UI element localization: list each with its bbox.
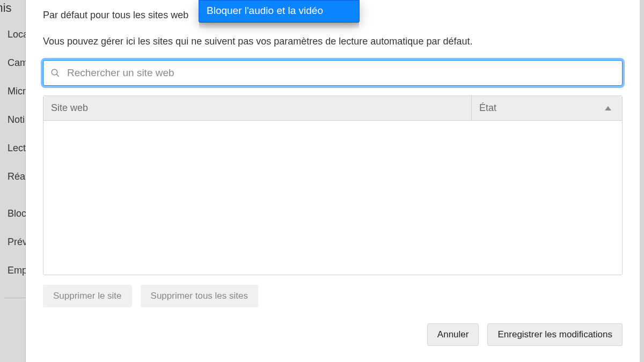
- search-icon: [50, 68, 60, 78]
- sidebar-item-autoplay[interactable]: Lect: [0, 143, 25, 154]
- default-setting-label: Par défaut pour tous les sites web: [43, 10, 188, 21]
- dialog-footer: Annuler Enregistrer les modifications: [43, 323, 623, 346]
- sidebar-item-fingerprint[interactable]: Emp: [0, 265, 25, 276]
- autoplay-default-dropdown-option[interactable]: Bloquer l'audio et la vidéo: [199, 0, 360, 23]
- col-header-etat[interactable]: État: [472, 96, 622, 120]
- settings-sidebar-cropped: rmis Loca Cam Micr Noti Lect Réa Bloc Pr…: [0, 0, 26, 362]
- sort-asc-icon: [605, 106, 611, 110]
- sidebar-heading: rmis: [0, 1, 25, 15]
- col-header-site[interactable]: Site web: [43, 96, 472, 120]
- table-body-empty: [43, 121, 622, 275]
- sidebar-item-notifications[interactable]: Noti: [0, 114, 25, 125]
- svg-line-1: [56, 74, 59, 77]
- dropdown-option-label: Bloquer l'audio et la vidéo: [207, 5, 323, 16]
- search-wrapper: [43, 60, 623, 86]
- site-exceptions-table: Site web État: [43, 95, 623, 275]
- sidebar-item-camera[interactable]: Cam: [0, 57, 25, 69]
- save-button[interactable]: Enregistrer les modifications: [487, 323, 623, 346]
- remove-all-sites-button: Supprimer tous les sites: [141, 285, 258, 307]
- sidebar-item-microphone[interactable]: Micr: [0, 86, 25, 97]
- window-edge-right: [640, 0, 644, 362]
- sidebar-item-vr[interactable]: Réa: [0, 171, 25, 182]
- sidebar-divider: [4, 298, 26, 298]
- svg-point-0: [52, 69, 57, 75]
- sidebar-item-block[interactable]: Bloc: [0, 208, 25, 219]
- table-header: Site web État: [43, 96, 622, 121]
- sidebar-item-prevent[interactable]: Prév: [0, 237, 25, 248]
- autoplay-settings-dialog: Par défaut pour tous les sites web Vous …: [26, 0, 640, 362]
- remove-buttons-row: Supprimer le site Supprimer tous les sit…: [43, 285, 623, 307]
- remove-site-button: Supprimer le site: [43, 285, 132, 307]
- hint-text: Vous pouvez gérer ici les sites qui ne s…: [43, 36, 623, 47]
- col-header-etat-label: État: [479, 102, 496, 114]
- cancel-button[interactable]: Annuler: [427, 323, 479, 346]
- sidebar-item-location[interactable]: Loca: [0, 29, 25, 40]
- search-input[interactable]: [43, 60, 623, 86]
